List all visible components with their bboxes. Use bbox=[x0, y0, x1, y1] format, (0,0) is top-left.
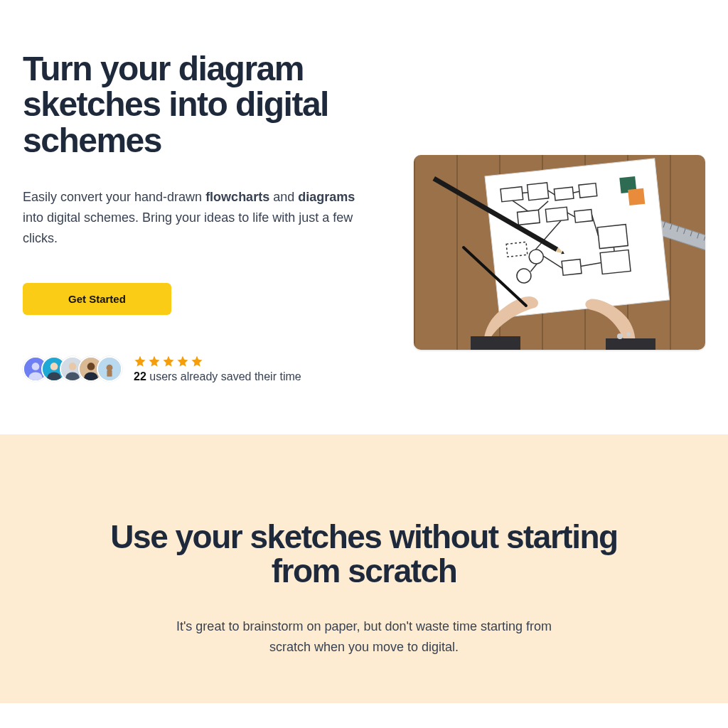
svg-point-53 bbox=[617, 333, 623, 339]
star-rating bbox=[134, 355, 301, 368]
users-count: 22 bbox=[134, 370, 146, 382]
svg-rect-51 bbox=[471, 336, 520, 350]
svg-rect-34 bbox=[628, 188, 645, 205]
section-subtitle: It's great to brainstorm on paper, but d… bbox=[158, 616, 570, 658]
svg-point-7 bbox=[69, 363, 77, 370]
hero-sub-bold: flowcharts bbox=[205, 190, 269, 204]
svg-point-1 bbox=[32, 363, 40, 370]
hero-sub-text: Easily convert your hand-drawn bbox=[23, 190, 205, 204]
hero-sub-text: and bbox=[269, 190, 298, 204]
hero-section: Turn your diagram sketches into digital … bbox=[0, 0, 728, 434]
users-suffix: users already saved their time bbox=[146, 370, 301, 382]
avatar-stack bbox=[23, 356, 122, 382]
star-icon bbox=[134, 355, 146, 368]
hero-sub-bold: diagrams bbox=[298, 190, 355, 204]
rating-block: 22 users already saved their time bbox=[134, 355, 301, 383]
svg-rect-14 bbox=[107, 370, 112, 376]
star-icon bbox=[148, 355, 161, 368]
users-count-line: 22 users already saved their time bbox=[134, 370, 301, 383]
hero-content: Turn your diagram sketches into digital … bbox=[23, 51, 380, 383]
svg-point-13 bbox=[107, 364, 113, 370]
svg-rect-52 bbox=[606, 338, 655, 350]
svg-point-54 bbox=[626, 332, 631, 336]
features-section: Use your sketches without starting from … bbox=[0, 434, 728, 703]
svg-point-10 bbox=[87, 363, 95, 370]
social-proof: 22 users already saved their time bbox=[23, 355, 380, 383]
hero-subtitle: Easily convert your hand-drawn flowchart… bbox=[23, 187, 357, 248]
hero-sub-text: into digital schemes. Bring your ideas t… bbox=[23, 210, 353, 245]
star-icon bbox=[176, 355, 189, 368]
hero-image-wrap bbox=[414, 51, 705, 383]
get-started-button[interactable]: Get Started bbox=[23, 283, 171, 315]
star-icon bbox=[162, 355, 175, 368]
hero-title: Turn your diagram sketches into digital … bbox=[23, 51, 380, 159]
avatar bbox=[97, 356, 122, 382]
hero-image bbox=[414, 155, 705, 350]
svg-point-4 bbox=[50, 363, 58, 370]
star-icon bbox=[191, 355, 203, 368]
section-title: Use your sketches without starting from … bbox=[108, 520, 620, 589]
